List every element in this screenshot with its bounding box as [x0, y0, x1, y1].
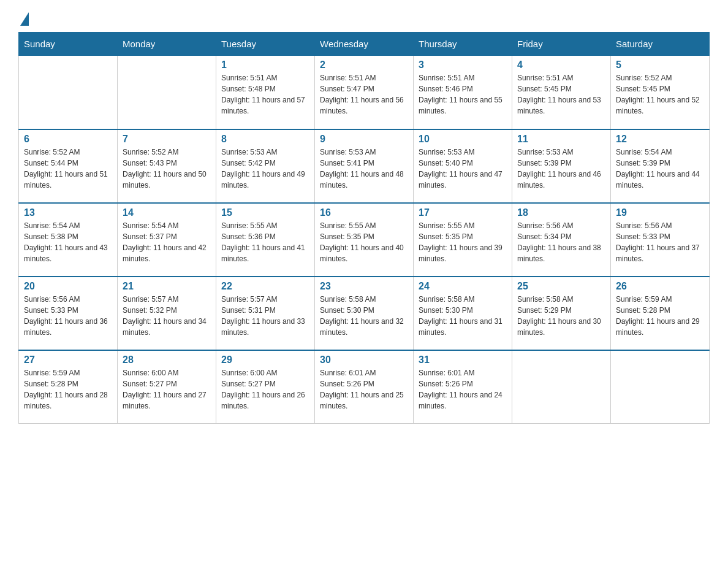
day-number: 9 [320, 134, 408, 145]
day-number: 11 [517, 134, 605, 145]
day-sun-info: Sunrise: 5:53 AMSunset: 5:42 PMDaylight:… [221, 147, 309, 191]
day-sun-info: Sunrise: 5:56 AMSunset: 5:33 PMDaylight:… [616, 220, 704, 264]
calendar-cell: 16Sunrise: 5:55 AMSunset: 5:35 PMDayligh… [315, 203, 414, 277]
day-sun-info: Sunrise: 6:01 AMSunset: 5:26 PMDaylight:… [320, 367, 408, 412]
day-sun-info: Sunrise: 5:59 AMSunset: 5:28 PMDaylight:… [616, 294, 704, 338]
day-number: 13 [24, 207, 112, 218]
day-sun-info: Sunrise: 5:51 AMSunset: 5:45 PMDaylight:… [517, 72, 605, 117]
calendar-week-row: 27Sunrise: 5:59 AMSunset: 5:28 PMDayligh… [19, 350, 710, 424]
calendar-cell: 20Sunrise: 5:56 AMSunset: 5:33 PMDayligh… [19, 277, 118, 350]
day-number: 17 [419, 207, 507, 218]
day-sun-info: Sunrise: 5:57 AMSunset: 5:32 PMDaylight:… [123, 294, 211, 338]
day-number: 16 [320, 207, 408, 218]
header-row: Sunday Monday Tuesday Wednesday Thursday… [19, 33, 710, 56]
calendar-week-row: 6Sunrise: 5:52 AMSunset: 5:44 PMDaylight… [19, 129, 710, 203]
day-number: 24 [419, 281, 507, 292]
header-sunday: Sunday [19, 33, 118, 56]
day-sun-info: Sunrise: 5:55 AMSunset: 5:35 PMDaylight:… [320, 220, 408, 264]
day-number: 23 [320, 281, 408, 292]
calendar-cell: 6Sunrise: 5:52 AMSunset: 5:44 PMDaylight… [19, 129, 118, 203]
day-sun-info: Sunrise: 5:58 AMSunset: 5:29 PMDaylight:… [517, 294, 605, 338]
calendar-cell: 13Sunrise: 5:54 AMSunset: 5:38 PMDayligh… [19, 203, 118, 277]
calendar-cell: 25Sunrise: 5:58 AMSunset: 5:29 PMDayligh… [512, 277, 611, 350]
calendar-cell: 10Sunrise: 5:53 AMSunset: 5:40 PMDayligh… [414, 129, 512, 203]
calendar-cell: 2Sunrise: 5:51 AMSunset: 5:47 PMDaylight… [315, 56, 414, 129]
day-number: 21 [123, 281, 211, 292]
day-number: 14 [123, 207, 211, 218]
day-number: 10 [419, 134, 507, 145]
calendar-week-row: 20Sunrise: 5:56 AMSunset: 5:33 PMDayligh… [19, 277, 710, 350]
calendar-cell: 22Sunrise: 5:57 AMSunset: 5:31 PMDayligh… [216, 277, 315, 350]
calendar-cell [118, 56, 216, 129]
day-number: 25 [517, 281, 605, 292]
header-friday: Friday [512, 33, 611, 56]
day-number: 15 [221, 207, 309, 218]
calendar-cell: 24Sunrise: 5:58 AMSunset: 5:30 PMDayligh… [414, 277, 512, 350]
logo-triangle-icon [20, 12, 29, 26]
header-monday: Monday [118, 33, 216, 56]
calendar-cell: 12Sunrise: 5:54 AMSunset: 5:39 PMDayligh… [611, 129, 710, 203]
day-sun-info: Sunrise: 5:53 AMSunset: 5:39 PMDaylight:… [517, 147, 605, 191]
day-sun-info: Sunrise: 5:56 AMSunset: 5:34 PMDaylight:… [517, 220, 605, 264]
calendar-cell: 9Sunrise: 5:53 AMSunset: 5:41 PMDaylight… [315, 129, 414, 203]
day-sun-info: Sunrise: 5:52 AMSunset: 5:44 PMDaylight:… [24, 147, 112, 191]
calendar-cell: 31Sunrise: 6:01 AMSunset: 5:26 PMDayligh… [414, 350, 512, 424]
calendar-cell: 29Sunrise: 6:00 AMSunset: 5:27 PMDayligh… [216, 350, 315, 424]
day-number: 3 [419, 59, 507, 71]
day-sun-info: Sunrise: 5:58 AMSunset: 5:30 PMDaylight:… [320, 294, 408, 338]
calendar-cell [512, 350, 611, 424]
page-header [18, 12, 710, 26]
calendar-week-row: 13Sunrise: 5:54 AMSunset: 5:38 PMDayligh… [19, 203, 710, 277]
calendar-cell: 21Sunrise: 5:57 AMSunset: 5:32 PMDayligh… [118, 277, 216, 350]
calendar-cell: 18Sunrise: 5:56 AMSunset: 5:34 PMDayligh… [512, 203, 611, 277]
day-sun-info: Sunrise: 6:00 AMSunset: 5:27 PMDaylight:… [123, 367, 211, 412]
day-number: 28 [123, 354, 211, 366]
day-number: 29 [221, 354, 309, 366]
day-number: 8 [221, 134, 309, 145]
header-saturday: Saturday [611, 33, 710, 56]
calendar-cell: 3Sunrise: 5:51 AMSunset: 5:46 PMDaylight… [414, 56, 512, 129]
calendar-cell: 11Sunrise: 5:53 AMSunset: 5:39 PMDayligh… [512, 129, 611, 203]
day-sun-info: Sunrise: 5:54 AMSunset: 5:37 PMDaylight:… [123, 220, 211, 264]
logo [18, 12, 31, 26]
day-sun-info: Sunrise: 6:00 AMSunset: 5:27 PMDaylight:… [221, 367, 309, 412]
calendar-cell: 4Sunrise: 5:51 AMSunset: 5:45 PMDaylight… [512, 56, 611, 129]
day-number: 7 [123, 134, 211, 145]
day-number: 2 [320, 59, 408, 71]
day-number: 19 [616, 207, 704, 218]
day-sun-info: Sunrise: 5:58 AMSunset: 5:30 PMDaylight:… [419, 294, 507, 338]
calendar-cell: 8Sunrise: 5:53 AMSunset: 5:42 PMDaylight… [216, 129, 315, 203]
day-number: 27 [24, 354, 112, 366]
header-wednesday: Wednesday [315, 33, 414, 56]
day-number: 31 [419, 354, 507, 366]
calendar-cell: 23Sunrise: 5:58 AMSunset: 5:30 PMDayligh… [315, 277, 414, 350]
day-number: 12 [616, 134, 704, 145]
day-sun-info: Sunrise: 5:59 AMSunset: 5:28 PMDaylight:… [24, 367, 112, 412]
calendar-table: Sunday Monday Tuesday Wednesday Thursday… [18, 32, 710, 424]
calendar-cell: 1Sunrise: 5:51 AMSunset: 5:48 PMDaylight… [216, 56, 315, 129]
day-sun-info: Sunrise: 5:54 AMSunset: 5:39 PMDaylight:… [616, 147, 704, 191]
calendar-cell: 7Sunrise: 5:52 AMSunset: 5:43 PMDaylight… [118, 129, 216, 203]
day-sun-info: Sunrise: 5:51 AMSunset: 5:46 PMDaylight:… [419, 72, 507, 117]
header-tuesday: Tuesday [216, 33, 315, 56]
calendar-cell: 15Sunrise: 5:55 AMSunset: 5:36 PMDayligh… [216, 203, 315, 277]
day-sun-info: Sunrise: 6:01 AMSunset: 5:26 PMDaylight:… [419, 367, 507, 412]
day-sun-info: Sunrise: 5:52 AMSunset: 5:43 PMDaylight:… [123, 147, 211, 191]
calendar-cell: 19Sunrise: 5:56 AMSunset: 5:33 PMDayligh… [611, 203, 710, 277]
calendar-cell: 5Sunrise: 5:52 AMSunset: 5:45 PMDaylight… [611, 56, 710, 129]
calendar-cell [19, 56, 118, 129]
day-number: 5 [616, 59, 704, 71]
day-number: 20 [24, 281, 112, 292]
day-number: 30 [320, 354, 408, 366]
day-number: 6 [24, 134, 112, 145]
day-sun-info: Sunrise: 5:56 AMSunset: 5:33 PMDaylight:… [24, 294, 112, 338]
day-number: 26 [616, 281, 704, 292]
day-sun-info: Sunrise: 5:55 AMSunset: 5:36 PMDaylight:… [221, 220, 309, 264]
calendar-cell: 27Sunrise: 5:59 AMSunset: 5:28 PMDayligh… [19, 350, 118, 424]
day-sun-info: Sunrise: 5:54 AMSunset: 5:38 PMDaylight:… [24, 220, 112, 264]
calendar-cell [611, 350, 710, 424]
day-number: 18 [517, 207, 605, 218]
calendar-cell: 30Sunrise: 6:01 AMSunset: 5:26 PMDayligh… [315, 350, 414, 424]
day-number: 22 [221, 281, 309, 292]
calendar-cell: 14Sunrise: 5:54 AMSunset: 5:37 PMDayligh… [118, 203, 216, 277]
